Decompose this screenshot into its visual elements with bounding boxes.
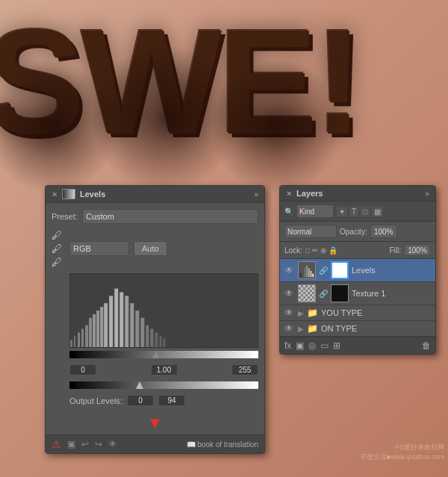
red-down-arrow-icon: ▼ — [147, 414, 164, 433]
svg-rect-4 — [85, 325, 88, 347]
layer-item-ontype[interactable]: 👁 ▶ 📁 ON TYPE — [280, 321, 435, 337]
svg-rect-25 — [304, 267, 305, 277]
layer-item-youtype[interactable]: 👁 ▶ 📁 YOU TYPE — [280, 305, 435, 321]
properties-panel-title: Levels — [80, 190, 105, 199]
layer-eye-youtype[interactable]: 👁 — [284, 308, 295, 318]
adjustment-layer-icon[interactable]: ◎ — [308, 340, 316, 351]
layer-name-ontype: ON TYPE — [321, 324, 431, 333]
black-input-handle[interactable] — [69, 351, 77, 358]
opacity-label: Opacity: — [340, 228, 367, 236]
output-black-value[interactable]: 0 — [127, 395, 154, 406]
white-input-handle[interactable] — [251, 351, 258, 358]
add-mask-icon[interactable]: ▣ — [296, 340, 304, 351]
delete-layer-btn[interactable]: 🗑 — [422, 340, 431, 351]
fx-button[interactable]: fx — [284, 340, 291, 351]
folder-arrow-youtype[interactable]: ▶ — [298, 309, 304, 317]
red-arrow-container: ▼ — [46, 412, 264, 434]
lock-label: Lock: — [284, 246, 302, 255]
layers-search-row: 🔍 Kind Name Effect Mode ✦ T □ ▦ — [280, 202, 435, 222]
shadow-circle-3 — [209, 60, 343, 194]
svg-rect-14 — [130, 303, 134, 347]
eye-icon[interactable]: 👁 — [108, 439, 117, 449]
white-eyedropper-icon[interactable]: 🖋 — [52, 257, 62, 267]
layer-eye-texture[interactable]: 👁 — [284, 288, 295, 299]
layer-name-youtype: YOU TYPE — [321, 308, 431, 317]
layers-panel-arrows[interactable]: » — [425, 190, 429, 198]
svg-rect-21 — [163, 338, 165, 347]
output-white-value[interactable]: 94 — [158, 395, 185, 406]
svg-rect-13 — [125, 296, 128, 347]
svg-rect-11 — [114, 289, 118, 347]
output-black-handle[interactable] — [69, 381, 77, 389]
input-slider-track — [69, 351, 258, 358]
white-input-value[interactable]: 255 — [231, 364, 258, 375]
mid-input-handle[interactable] — [152, 351, 160, 358]
new-layer-icon[interactable]: ▣ — [67, 439, 75, 449]
layer-item-levels[interactable]: 👁 🔗 Levels — [280, 259, 435, 282]
warning-icon[interactable]: ⚠ — [52, 438, 61, 450]
mid-input-value[interactable]: 1.00 — [151, 364, 178, 375]
lock-row: Lock: □ ✏ ⊕ 🔒 Fill: 100% — [280, 242, 435, 259]
preset-select[interactable]: Custom Default Darker Increase Contrast — [82, 209, 258, 224]
layer-thumb-levels — [298, 261, 316, 279]
output-levels-row: Output Levels: 0 94 — [69, 395, 258, 406]
svg-rect-2 — [78, 332, 80, 347]
properties-panel-header: ✕ Levels » — [46, 186, 264, 203]
lock-all-icon[interactable]: 🔒 — [329, 246, 337, 255]
undo-icon[interactable]: ↩ — [81, 439, 89, 449]
properties-panel-arrows[interactable]: » — [254, 190, 258, 199]
gray-eyedropper-icon[interactable]: 🖋 — [52, 243, 62, 254]
svg-rect-0 — [70, 340, 72, 347]
svg-rect-5 — [89, 318, 92, 347]
text-filter-icon[interactable]: T — [349, 207, 358, 216]
redo-icon[interactable]: ↪ — [95, 439, 102, 449]
folder-arrow-ontype[interactable]: ▶ — [298, 325, 304, 333]
layer-thumb-texture — [298, 284, 316, 302]
channel-select[interactable]: RGB Red Green Blue — [69, 241, 129, 256]
channel-row: 🖋 🖋 🖋 RGB Red Green Blue Auto — [52, 230, 258, 267]
svg-rect-9 — [104, 303, 108, 347]
layers-mode-row: Normal Multiply Screen Overlay Opacity: … — [280, 222, 435, 242]
auto-button[interactable]: Auto — [134, 241, 167, 256]
layers-header-left: ✕ Layers — [286, 189, 323, 198]
layers-close-btn[interactable]: ✕ — [286, 190, 292, 198]
lock-transparent-icon[interactable]: □ — [305, 246, 310, 255]
svg-rect-23 — [300, 273, 302, 278]
panel-header-left: ✕ Levels — [52, 189, 105, 199]
blend-mode-select[interactable]: Normal Multiply Screen Overlay — [284, 225, 337, 238]
histogram-area — [69, 273, 258, 348]
layer-eye-ontype[interactable]: 👁 — [284, 323, 295, 334]
smart-filter-icon[interactable]: ▦ — [372, 207, 383, 216]
pixel-filter-icon[interactable]: ✦ — [337, 207, 347, 216]
preset-row: Preset: Custom Default Darker Increase C… — [52, 209, 258, 224]
watermark-line1: PS爱好者教程网 — [360, 443, 444, 452]
output-levels-label: Output Levels: — [69, 396, 122, 405]
layer-eye-levels[interactable]: 👁 — [284, 265, 295, 275]
layer-item-texture[interactable]: 👁 🔗 Texture 1 — [280, 282, 435, 305]
layer-link-levels[interactable]: 🔗 — [319, 266, 328, 275]
lock-paint-icon[interactable]: ✏ — [312, 246, 318, 255]
svg-rect-12 — [119, 293, 123, 348]
opacity-input[interactable]: 100% — [370, 225, 397, 238]
layer-mask-texture — [331, 284, 349, 302]
fill-input[interactable]: 100% — [404, 244, 431, 256]
output-white-handle[interactable] — [136, 381, 143, 389]
shape-filter-icon[interactable]: □ — [361, 207, 370, 216]
svg-rect-20 — [159, 336, 161, 347]
properties-panel-body: Preset: Custom Default Darker Increase C… — [46, 203, 264, 412]
folder-icon-youtype: 📁 — [307, 308, 318, 318]
layers-panel: ✕ Layers » 🔍 Kind Name Effect Mode ✦ T □… — [279, 185, 436, 355]
black-eyedropper-icon[interactable]: 🖋 — [52, 230, 62, 240]
kind-select[interactable]: Kind Name Effect Mode — [296, 205, 334, 218]
properties-close-btn[interactable]: ✕ — [52, 190, 57, 199]
input-slider-container — [69, 351, 258, 363]
filter-icons-row: ✦ T □ ▦ — [337, 207, 383, 216]
layer-link-texture[interactable]: 🔗 — [319, 290, 328, 298]
fill-label: Fill: — [389, 246, 401, 255]
new-layer-btn[interactable]: ⊞ — [333, 340, 340, 351]
svg-rect-3 — [81, 329, 84, 348]
lock-move-icon[interactable]: ⊕ — [320, 246, 326, 255]
black-input-value[interactable]: 0 — [69, 364, 96, 375]
svg-rect-6 — [93, 314, 96, 347]
group-layers-icon[interactable]: ▭ — [320, 340, 329, 351]
